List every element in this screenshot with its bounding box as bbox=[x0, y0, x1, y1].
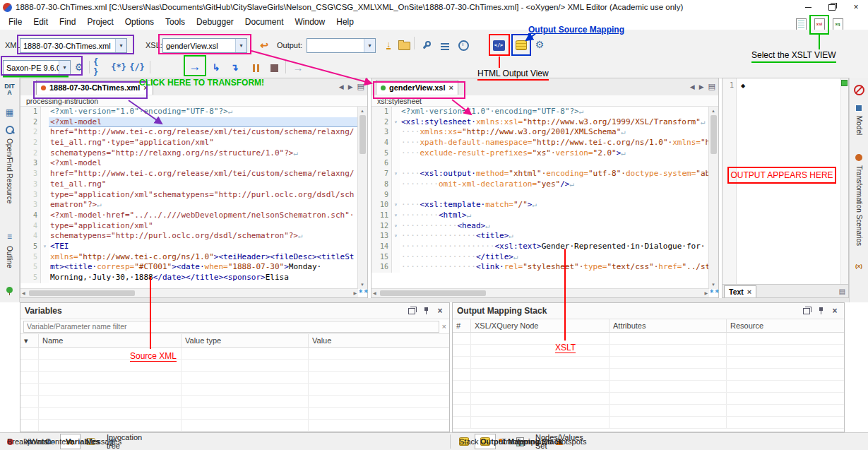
line-number[interactable]: 4 bbox=[20, 231, 41, 242]
table-row[interactable] bbox=[453, 393, 844, 405]
code-line[interactable]: 1<?xml·version="1.0"·encoding="UTF-8"?>↵ bbox=[371, 107, 709, 117]
step-into-button[interactable]: ↳ bbox=[209, 60, 223, 74]
menu-item-debugger[interactable]: Debugger bbox=[191, 16, 239, 28]
engine-settings-button[interactable]: ⚙ bbox=[72, 60, 86, 74]
tab-text-output[interactable]: Text × bbox=[724, 285, 756, 297]
scrollbar-thumb[interactable] bbox=[29, 290, 135, 296]
stop-button[interactable] bbox=[267, 61, 281, 75]
table-row[interactable] bbox=[20, 348, 449, 360]
transformation-view-button[interactable] bbox=[850, 154, 868, 161]
table-row[interactable] bbox=[20, 372, 449, 384]
sync-scroll-icon[interactable]: ∗∗ bbox=[358, 289, 367, 297]
line-number[interactable]: 11 bbox=[371, 211, 392, 221]
transformation-scenarios-tab[interactable]: Transformation Scenarios bbox=[850, 165, 868, 246]
xslt-debugger-perspective-button[interactable]: xsl bbox=[812, 17, 826, 31]
nav-back-icon[interactable]: ◀ bbox=[339, 83, 344, 90]
line-number[interactable]: 8 bbox=[371, 179, 392, 190]
pin-panel-button[interactable] bbox=[421, 306, 431, 316]
output-combo[interactable]: ▾ bbox=[307, 38, 376, 53]
line-number[interactable]: 3 bbox=[20, 158, 41, 169]
column-header--[interactable]: # bbox=[453, 319, 471, 332]
code-line[interactable]: 3····xmlns:xs="http://www.w3.org/2001/XM… bbox=[371, 127, 709, 138]
code-line[interactable]: 2<?xml-model bbox=[20, 117, 358, 128]
close-icon[interactable]: × bbox=[448, 84, 453, 91]
outline-tab[interactable]: Outline bbox=[0, 246, 19, 268]
table-row[interactable] bbox=[453, 381, 844, 393]
grid-view-icon[interactable]: ▤ bbox=[839, 288, 845, 295]
code-line[interactable]: 1<?xml·version="1.0"·encoding="UTF-8"?>↵ bbox=[20, 107, 358, 117]
minimize-button[interactable] bbox=[796, 1, 820, 13]
horizontal-scrollbar[interactable]: ◀ ▶ bbox=[20, 288, 358, 297]
html-output-view-button[interactable]: </> bbox=[492, 38, 506, 52]
xquery-debugger-perspective-button[interactable]: xq bbox=[831, 17, 845, 31]
line-number[interactable]: 4 bbox=[20, 221, 41, 232]
output-mapping-button[interactable] bbox=[514, 38, 528, 52]
output-overview-ruler[interactable] bbox=[840, 78, 848, 285]
output-pane[interactable]: 1 ◆ Text × ▤ bbox=[722, 78, 849, 298]
code-line[interactable]: 3tei_all.rng" bbox=[20, 179, 358, 190]
line-number[interactable]: 5 bbox=[371, 148, 392, 159]
code-line[interactable]: 4schematypens="http://purl.oclc.org/dsdl… bbox=[20, 231, 358, 242]
table-row[interactable] bbox=[453, 345, 844, 357]
fold-toggle[interactable]: ▿ bbox=[392, 117, 400, 128]
table-row[interactable] bbox=[453, 369, 844, 381]
column-header-name[interactable]: Name bbox=[39, 334, 182, 347]
breadcrumb-item[interactable]: xsl:stylesheet bbox=[377, 97, 422, 105]
column-header-value[interactable]: Value bbox=[309, 334, 449, 347]
nav-back-icon[interactable]: ◀ bbox=[690, 83, 695, 90]
menu-item-find[interactable]: Find bbox=[54, 16, 81, 28]
code-line[interactable]: 8········omit-xml-declaration="yes"/>↵ bbox=[371, 179, 709, 190]
scroll-left-icon[interactable]: ◀ bbox=[22, 289, 25, 297]
line-number[interactable]: 15 bbox=[371, 252, 392, 263]
open-output-folder-button[interactable] bbox=[397, 39, 411, 53]
scroll-right-icon[interactable]: ▶ bbox=[353, 289, 357, 297]
column-header-attributes[interactable]: Attributes bbox=[610, 319, 727, 332]
code-line[interactable]: 3href="http://www.tei-c.org/release/xml/… bbox=[20, 169, 358, 179]
page-list-icon[interactable]: ▤ bbox=[357, 82, 364, 91]
line-number[interactable]: 14 bbox=[371, 242, 392, 252]
dita-maps-view-button[interactable]: DITA bbox=[0, 83, 19, 96]
step-filters-button[interactable] bbox=[438, 40, 452, 54]
model-view-button[interactable] bbox=[850, 105, 868, 112]
run-to-cursor-button[interactable]: → bbox=[291, 60, 305, 74]
code-line[interactable]: 15················</title>↵ bbox=[371, 252, 709, 263]
menu-item-file[interactable]: File bbox=[3, 16, 28, 28]
xml-code-area[interactable]: 1<?xml·version="1.0"·encoding="UTF-8"?>↵… bbox=[20, 107, 358, 289]
menu-item-project[interactable]: Project bbox=[81, 16, 119, 28]
bottom-tab-stack[interactable]: Stack bbox=[453, 434, 475, 449]
table-row[interactable] bbox=[20, 360, 449, 372]
line-number[interactable]: 2 bbox=[371, 117, 392, 128]
line-number[interactable]: 3 bbox=[20, 169, 41, 179]
open-find-resource-button[interactable] bbox=[0, 126, 19, 134]
code-line[interactable]: 5▿<TEI bbox=[20, 242, 358, 252]
code-line[interactable]: 13▿················<title>↵ bbox=[371, 231, 709, 242]
project-tree-button[interactable] bbox=[0, 287, 19, 293]
scrollbar-thumb[interactable] bbox=[711, 115, 717, 154]
close-icon[interactable]: × bbox=[143, 84, 148, 91]
run-to-end-mode-button[interactable]: {/} bbox=[130, 60, 144, 74]
chevron-down-icon[interactable]: ▾ bbox=[235, 39, 246, 52]
menu-item-options[interactable]: Options bbox=[119, 16, 160, 28]
close-panel-button[interactable]: × bbox=[435, 306, 445, 316]
xsl-stylesheet-combo[interactable]: genderView.xsl ▾ bbox=[162, 38, 247, 53]
line-number[interactable]: 13 bbox=[371, 231, 392, 242]
chevron-down-icon[interactable]: ▾ bbox=[115, 39, 126, 52]
close-button[interactable]: × bbox=[844, 1, 868, 13]
xpath-view-button[interactable]: (x) bbox=[850, 263, 868, 269]
table-row[interactable] bbox=[20, 396, 449, 408]
run-transformation-button[interactable]: → bbox=[188, 59, 202, 73]
menu-item-tools[interactable]: Tools bbox=[160, 16, 191, 28]
table-row[interactable] bbox=[453, 333, 844, 345]
table-row[interactable] bbox=[20, 384, 449, 396]
scroll-left-icon[interactable]: ◀ bbox=[373, 289, 376, 297]
menu-item-edit[interactable]: Edit bbox=[28, 16, 54, 28]
code-line[interactable]: 12▿············<head>↵ bbox=[371, 221, 709, 232]
outline-view-button[interactable]: ≡ bbox=[0, 232, 19, 242]
nav-forward-icon[interactable]: ▶ bbox=[699, 83, 704, 90]
sync-scroll-icon[interactable]: ∗∗ bbox=[709, 289, 718, 297]
line-number[interactable]: 2 bbox=[20, 127, 41, 138]
chevron-down-icon[interactable]: ▾ bbox=[59, 61, 70, 74]
vertical-scrollbar[interactable]: ▲ ▼ bbox=[357, 107, 367, 289]
fold-toggle[interactable]: ▿ bbox=[392, 221, 400, 232]
line-number[interactable]: 10 bbox=[371, 200, 392, 211]
